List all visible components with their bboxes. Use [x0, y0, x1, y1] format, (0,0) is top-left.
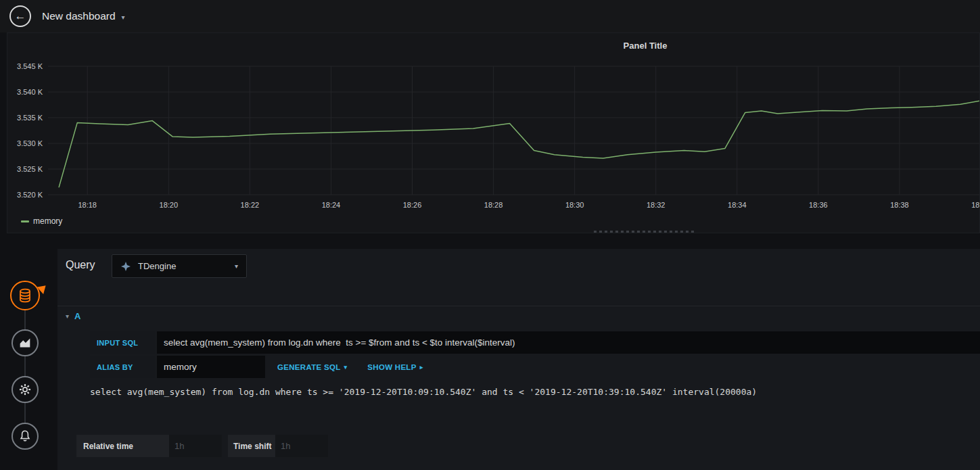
generate-sql-label: GENERATE SQL — [277, 363, 340, 371]
back-arrow-icon: ← — [15, 9, 26, 23]
x-axis-tick-label: 18:40 — [971, 201, 980, 209]
chevron-down-icon: ▾ — [235, 262, 238, 270]
dashboard-header: ← New dashboard ▾ — [0, 0, 980, 32]
area-chart-icon — [18, 335, 32, 350]
chevron-down-icon: ▾ — [122, 12, 125, 21]
query-ref-id: A — [74, 311, 80, 321]
time-shift-label: Time shift — [228, 435, 275, 457]
x-axis-tick-label: 18:28 — [484, 201, 503, 209]
tab-alert[interactable] — [11, 423, 39, 450]
time-shift-field[interactable] — [275, 435, 328, 457]
x-axis-tick-label: 18:38 — [890, 201, 909, 209]
tab-visualization[interactable] — [11, 329, 39, 356]
series-line-memory — [59, 101, 980, 187]
generated-sql-preview: select avg(mem_system) from log.dn where… — [90, 387, 966, 397]
show-help-button[interactable]: SHOW HELP ▸ — [359, 356, 431, 378]
x-axis-tick-label: 18:32 — [647, 201, 666, 209]
datasource-dropdown[interactable]: TDengine ▾ — [112, 254, 247, 278]
x-axis-tick-label: 18:20 — [160, 201, 179, 209]
collapse-chevron-icon: ▾ — [66, 312, 69, 320]
y-axis-tick-label: 3.525 K — [17, 165, 43, 173]
legend-color-swatch — [21, 220, 29, 222]
relative-time-label: Relative time — [76, 435, 169, 457]
tdengine-logo-icon — [120, 261, 131, 272]
y-axis-tick-label: 3.545 K — [17, 62, 43, 70]
dashboard-title-dropdown[interactable]: New dashboard ▾ — [42, 0, 125, 32]
alias-by-label: ALIAS BY — [90, 356, 156, 378]
chevron-down-icon: ▾ — [344, 364, 347, 371]
datasource-name: TDengine — [138, 261, 228, 271]
query-section-label: Query — [66, 259, 95, 271]
query-ref-row[interactable]: ▾ A — [66, 311, 80, 321]
dashboard-title: New dashboard — [42, 10, 116, 22]
input-sql-row: INPUT SQL — [90, 331, 980, 354]
chevron-right-icon: ▸ — [420, 364, 423, 371]
y-axis-tick-label: 3.530 K — [17, 139, 43, 147]
legend-label: memory — [33, 216, 62, 226]
relative-time-field[interactable] — [169, 435, 222, 457]
graph-panel: Panel Title 3.545 K3.540 K3.535 K3.530 K… — [7, 32, 980, 233]
x-axis-tick-label: 18:34 — [728, 201, 747, 209]
x-axis-tick-label: 18:36 — [809, 201, 828, 209]
query-editor: Query TDengine ▾ ▾ A INPUT SQL ALIAS BY … — [57, 249, 980, 470]
alias-by-row: ALIAS BY GENERATE SQL ▾ SHOW HELP ▸ — [90, 356, 980, 378]
x-axis-tick-label: 18:24 — [322, 201, 341, 209]
x-axis-tick-label: 18:30 — [565, 201, 584, 209]
x-axis-tick-label: 18:18 — [78, 201, 97, 209]
show-help-label: SHOW HELP — [367, 363, 416, 371]
time-series-chart[interactable]: 3.545 K3.540 K3.535 K3.530 K3.525 K3.520… — [7, 33, 980, 214]
legend-item-memory[interactable]: memory — [21, 216, 62, 226]
x-axis-tick-label: 18:26 — [403, 201, 422, 209]
input-sql-label: INPUT SQL — [90, 331, 156, 354]
generate-sql-button[interactable]: GENERATE SQL ▾ — [269, 356, 355, 378]
back-button[interactable]: ← — [9, 5, 31, 27]
y-axis-tick-label: 3.520 K — [17, 191, 43, 199]
query-row-divider — [57, 306, 980, 306]
y-axis-tick-label: 3.540 K — [17, 88, 43, 96]
x-axis-tick-label: 18:22 — [241, 201, 260, 209]
tab-queries[interactable] — [10, 281, 40, 310]
time-options-row: Relative time Time shift — [76, 435, 328, 457]
tab-general[interactable] — [11, 376, 39, 403]
database-icon — [17, 287, 33, 304]
panel-scroll-handle[interactable] — [594, 231, 696, 233]
alias-by-field[interactable] — [157, 356, 265, 378]
grafana-edit-page: { "header": { "title": "New dashboard" }… — [0, 0, 980, 470]
input-sql-field[interactable] — [157, 331, 980, 354]
gear-icon — [18, 382, 32, 397]
bell-icon — [18, 429, 32, 444]
y-axis-tick-label: 3.535 K — [17, 114, 43, 122]
